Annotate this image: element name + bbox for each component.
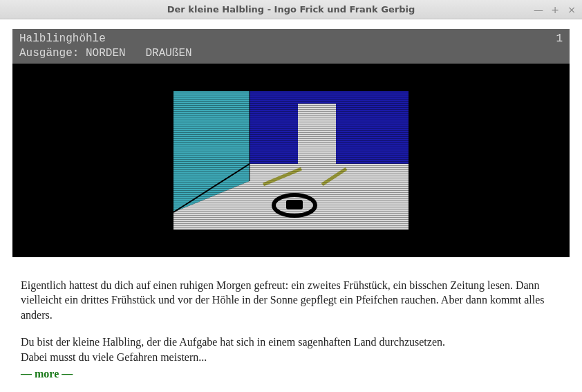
maximize-icon[interactable]: + xyxy=(550,5,560,15)
client-area: Halblinghöhle 1 Ausgänge: NORDEN DRAUßEN xyxy=(0,19,582,392)
score-label: 1 xyxy=(556,32,563,46)
story-text: Eigentlich hattest du dich auf einen ruh… xyxy=(0,257,582,382)
location-label: Halblinghöhle xyxy=(19,32,106,46)
exits-label: Ausgänge: NORDEN DRAUßEN xyxy=(19,46,563,61)
close-icon[interactable]: × xyxy=(567,5,576,15)
svg-rect-12 xyxy=(173,91,409,230)
story-paragraph: Eigentlich hattest du dich auf einen ruh… xyxy=(21,278,561,323)
illustration-area xyxy=(12,64,570,257)
story-paragraph: Du bist der kleine Halbling, der die Auf… xyxy=(21,335,561,364)
more-prompt[interactable]: — more — xyxy=(21,368,73,380)
status-bar: Halblinghöhle 1 Ausgänge: NORDEN DRAUßEN xyxy=(12,29,570,64)
window-titlebar: Der kleine Halbling - Ingo Frick und Fra… xyxy=(0,0,582,19)
scene-illustration xyxy=(173,91,409,230)
status-bar-wrap: Halblinghöhle 1 Ausgänge: NORDEN DRAUßEN xyxy=(0,19,582,64)
minimize-icon[interactable]: — xyxy=(534,5,543,15)
window-title: Der kleine Halbling - Ingo Frick und Fra… xyxy=(167,4,415,15)
window-controls: — + × xyxy=(534,5,576,15)
